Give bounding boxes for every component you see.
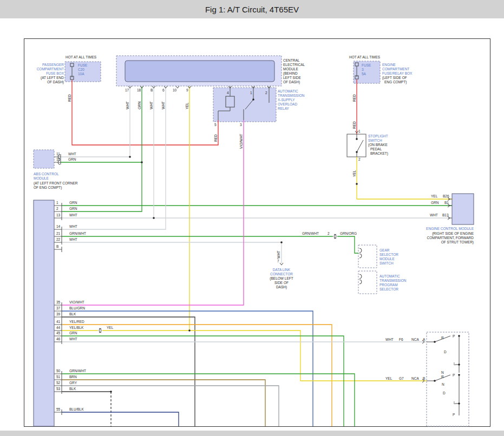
- left-connector: [34, 200, 54, 426]
- gear-selector-box: [358, 245, 377, 268]
- junction-dot: [141, 161, 143, 163]
- junction-dot: [458, 335, 460, 337]
- engine-fusebox: [354, 61, 380, 83]
- atp-selector-box: [358, 271, 377, 294]
- junction-dot: [356, 183, 358, 185]
- junction-dot: [458, 364, 460, 366]
- abs-module-box: [34, 150, 54, 168]
- junction-dot: [153, 217, 155, 219]
- junction-dot: [129, 156, 131, 158]
- junction-dot: [434, 380, 436, 382]
- junction-dot: [252, 98, 254, 101]
- junction-dot: [458, 374, 460, 376]
- junction-dot: [356, 138, 358, 140]
- junction-dot: [458, 402, 460, 405]
- junction-dot: [356, 151, 358, 153]
- junction-dot: [434, 341, 436, 343]
- cem-inner-box: [125, 61, 274, 82]
- range-switch-box: [427, 332, 469, 426]
- overload-relay-box: [213, 88, 276, 122]
- junction-dot: [280, 241, 283, 243]
- junction-dot: [188, 329, 191, 332]
- wiring-diagram-svg: [0, 0, 504, 436]
- bottom-bar: [0, 431, 504, 436]
- junction-dot: [110, 391, 112, 393]
- diagram-stage: HOT AT ALL TIMESPASSENGERCOMPARTMENTFUSE…: [0, 0, 504, 436]
- ecm-box: [452, 194, 474, 224]
